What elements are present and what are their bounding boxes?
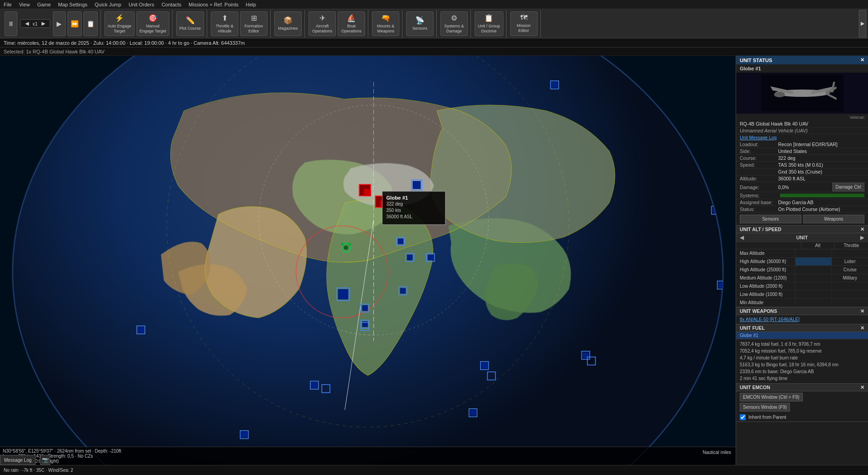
magazines-icon: 📦 <box>283 16 293 25</box>
nautical-miles-label: Nautical miles <box>703 450 731 455</box>
svg-rect-17 <box>724 140 730 146</box>
inherit-parent-checkbox[interactable] <box>740 414 746 420</box>
damage-ctrl-btn[interactable]: Damage Ctrl <box>832 183 864 191</box>
unit-fuel-close[interactable]: ✕ <box>860 325 864 331</box>
play-btn[interactable]: ▶ <box>53 11 66 36</box>
unit-type-row: RQ-4B Global Hawk Blk 40 UAV <box>736 121 868 127</box>
systems-damage-btn[interactable]: ⚙ Systems &Damage <box>440 11 468 36</box>
sensors-btn[interactable]: 📡 Sensors <box>406 11 434 36</box>
scenario-btn[interactable]: 📋 <box>84 11 98 36</box>
svg-rect-15 <box>690 99 695 105</box>
unit-doctrine-btn[interactable]: 📋 Unit / GroupDoctrine <box>475 11 503 36</box>
menu-contacts[interactable]: Contacts <box>162 2 181 7</box>
speed-value2: Gnd 350 kts (Cruise) <box>778 169 822 174</box>
sensors-group: 📡 Sensors <box>403 10 437 37</box>
menu-unit-orders[interactable]: Unit Orders <box>129 2 154 7</box>
unit-status-section: UNIT STATUS ✕ Globe #1 <box>736 56 868 226</box>
throttle-btn[interactable]: ⬆ Throttle &Altitude <box>211 11 238 36</box>
altitude-row: Altitude: 36000 ft ASL <box>736 175 868 182</box>
alt-row-high36-alt[interactable] <box>795 258 831 265</box>
sensors-panel-btn[interactable]: Sensors <box>740 215 801 223</box>
sensors-icon: 📡 <box>415 16 424 25</box>
menu-view[interactable]: View <box>19 2 30 7</box>
systems-health-bar <box>780 194 864 197</box>
mission-editor-btn[interactable]: 🗺 MissionEditor <box>510 11 538 36</box>
toolbar-expand[interactable]: ▶ <box>859 10 866 37</box>
unit-fuel-header: UNIT FUEL ✕ <box>736 324 868 332</box>
alt-row-low2000-alt[interactable] <box>795 282 831 290</box>
magazines-btn[interactable]: 📦 Magazines <box>274 11 302 36</box>
plot-group: ✏️ Plot Course <box>173 10 207 37</box>
unit-weapons-header: UNIT WEAPONS ✕ <box>736 307 868 315</box>
plot-course-label: Plot Course <box>179 26 201 31</box>
unit-action-btns: Sensors Weapons <box>736 213 868 225</box>
base-value: Diego Garcia AB <box>778 200 814 205</box>
auto-engage-btn[interactable]: ⚡ Auto EngageTarget <box>105 11 135 36</box>
formation-btn[interactable]: ⊞ FormationEditor <box>240 11 267 36</box>
alt-row-min-label: Min Altitude <box>736 299 795 306</box>
alt-nav-next[interactable]: ▶ <box>860 234 864 241</box>
unit-weapons-title: UNIT WEAPONS <box>740 308 777 314</box>
speed-dec[interactable]: ◀ <box>25 21 29 26</box>
menu-file[interactable]: File <box>4 2 12 7</box>
systems-icon: ⚙ <box>451 14 457 22</box>
inherit-parent-row: Inherit from Parent <box>736 413 868 422</box>
alt-nav-prev[interactable]: ◀ <box>740 234 744 241</box>
alt-row-medium-throttle[interactable]: Military <box>831 274 868 282</box>
menu-game[interactable]: Game <box>37 2 51 7</box>
unit-emcon-close[interactable]: ✕ <box>860 385 864 390</box>
message-log-btn[interactable]: Message Log <box>0 455 36 465</box>
altitude-value: 36000 ft ASL <box>778 176 805 181</box>
menu-quick-jump[interactable]: Quick Jump <box>95 2 121 7</box>
status-label: Status: <box>740 206 776 212</box>
systems-row-label: Systems: <box>740 193 776 198</box>
camera-icon: 📷 <box>42 457 49 463</box>
alt-row-high25-alt[interactable] <box>795 266 831 274</box>
weapons-link[interactable]: 8x AN/ALE-50 [RT-1646/ALE] <box>736 315 868 324</box>
svg-rect-60 <box>717 327 726 335</box>
alt-row-max-alt[interactable] <box>795 249 831 257</box>
map-bottom-bar: N30°58'56", E125°59'07" · 2624nm from se… <box>0 447 736 465</box>
boat-ops-label: BoatOperations <box>341 24 361 34</box>
emcon-window-btn[interactable]: EMCON Window (Ctrl + F9) <box>740 393 803 401</box>
unit-category-row: Unmanned Aerial Vehicle (UAV) <box>736 127 868 134</box>
pause-btn[interactable]: ⏸ <box>5 11 17 36</box>
menu-help[interactable]: Help <box>246 2 256 7</box>
plot-course-btn[interactable]: ✏️ Plot Course <box>176 11 204 36</box>
menu-map-settings[interactable]: Map Settings <box>58 2 87 7</box>
alt-row-low1000-throttle[interactable] <box>831 290 868 298</box>
speed-label2 <box>740 169 776 174</box>
menu-missions[interactable]: Missions + Ref. Points <box>188 2 238 7</box>
alt-speed-close[interactable]: ✕ <box>860 227 864 232</box>
map-area[interactable]: ✈ <box>0 56 736 465</box>
alt-row-min-throttle[interactable] <box>831 299 868 306</box>
unit-fuel-title: UNIT FUEL <box>740 325 765 331</box>
loadout-value: Recon [Internal EO/IR/SAR] <box>778 142 837 147</box>
unit-message-log-link[interactable]: Unit Message Log <box>736 134 868 141</box>
aircraft-ops-btn[interactable]: ✈ AircraftOperations <box>309 11 336 36</box>
unit-status-close[interactable]: ✕ <box>860 57 864 63</box>
ff-btn[interactable]: ⏩ <box>68 11 82 36</box>
engage-group: ⚡ Auto EngageTarget 🎯 ManualEngage Targe… <box>102 10 173 37</box>
speed-inc[interactable]: ▶ <box>42 21 45 26</box>
alt-nav-label: UNIT <box>744 235 860 240</box>
side-value: United States <box>778 148 807 154</box>
alt-row-min-alt[interactable] <box>795 299 831 306</box>
alt-row-medium-alt[interactable] <box>795 274 831 282</box>
alt-row-max-throttle[interactable] <box>831 249 868 257</box>
alt-row-high25-throttle[interactable]: Cruise <box>831 266 868 274</box>
boat-ops-btn[interactable]: ⛵ BoatOperations <box>338 11 365 36</box>
mounts-weapons-btn[interactable]: 🔫 Mounts &Weapons <box>372 11 399 36</box>
svg-point-41 <box>341 243 345 246</box>
unit-emcon-section: UNIT EMCON ✕ EMCON Window (Ctrl + F9) Se… <box>736 384 868 422</box>
alt-row-low2000-throttle[interactable] <box>831 282 868 290</box>
screenshot-btn[interactable]: 📷 <box>40 455 50 465</box>
layer-line: Layer: -82ft to -141ft · Strength: 0,5 ·… <box>3 454 733 459</box>
unit-weapons-close[interactable]: ✕ <box>860 308 864 314</box>
unit-alt-speed-section: UNIT ALT / SPEED ✕ ◀ UNIT ▶ Alt Throttle… <box>736 226 868 307</box>
alt-row-high36-throttle[interactable]: Loiter <box>831 258 868 265</box>
weapons-panel-btn[interactable]: Weapons <box>803 215 865 223</box>
alt-row-low1000-alt[interactable] <box>795 290 831 298</box>
manual-engage-btn[interactable]: 🎯 ManualEngage Target <box>136 11 169 36</box>
sensors-window-btn[interactable]: Sensors Window (F9) <box>740 403 790 412</box>
